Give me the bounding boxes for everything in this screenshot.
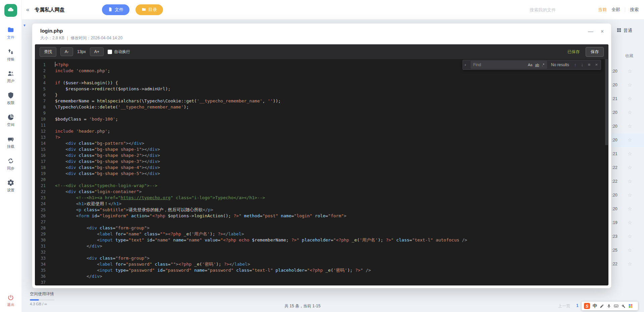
star-icon[interactable]: ☆ — [628, 220, 632, 226]
skin-grid-icon[interactable] — [628, 304, 633, 308]
table-row[interactable]: :20☆ — [610, 133, 644, 147]
code-line[interactable] — [55, 74, 608, 80]
star-icon[interactable]: ☆ — [628, 137, 632, 143]
table-row[interactable]: :22☆ — [610, 161, 644, 175]
find-expand-toggle[interactable]: › — [463, 60, 468, 70]
sidebar-item-shield[interactable]: 权限 — [0, 88, 21, 109]
table-row[interactable]: :20☆ — [610, 78, 644, 92]
sidebar-item-gear[interactable]: 设置 — [0, 175, 21, 197]
find-input[interactable] — [473, 62, 527, 67]
sidebar-item-logout[interactable]: 退出 — [0, 294, 21, 307]
mic-icon[interactable] — [607, 304, 611, 308]
star-icon[interactable]: ☆ — [628, 109, 632, 116]
code-line[interactable] — [55, 219, 608, 225]
code-line[interactable]: <p class="subtitle">请先登录你的账户，然后可以随心所欲</p… — [55, 207, 608, 213]
find-previous-icon[interactable]: ↑ — [573, 62, 578, 68]
word-wrap-toggle[interactable]: 自动换行 — [108, 49, 130, 55]
table-row[interactable]: :19☆ — [610, 216, 644, 230]
search-scope-current[interactable]: 当前 — [598, 7, 607, 13]
code-line[interactable]: <form id="loginForm" action="<?php $opti… — [55, 213, 608, 219]
prev-page-button[interactable]: 上一页 — [558, 303, 570, 309]
table-row[interactable]: :20☆ — [610, 106, 644, 120]
whole-word-toggle[interactable]: ab — [534, 61, 540, 69]
star-icon[interactable]: ☆ — [628, 261, 632, 267]
storage-usage-link[interactable]: 空间使用详情 — [30, 291, 54, 297]
editor-scrollbar-thumb[interactable] — [605, 59, 608, 145]
directory-button[interactable]: 目录 — [136, 4, 163, 15]
regex-toggle[interactable]: .* — [540, 61, 545, 69]
find-button[interactable]: 查找 — [40, 47, 56, 57]
code-line[interactable]: $response->redirect($options->adminUrl); — [55, 86, 608, 92]
code-line[interactable]: <div class="bg-pattern"></div> — [55, 140, 608, 146]
code-line[interactable]: if ($user->hasLogin()) { — [55, 80, 608, 86]
code-line[interactable]: $bodyClass = 'body-100'; — [55, 116, 608, 122]
code-line[interactable]: \Typecho\Cookie::delete('__typecho_remem… — [55, 104, 608, 110]
minimize-icon[interactable]: — — [588, 28, 593, 35]
code-line[interactable]: <div class="bg-shape shape-4"></div> — [55, 165, 608, 171]
code-line[interactable]: <label for="password" class=""><?php _e(… — [55, 261, 608, 267]
star-icon[interactable]: ☆ — [628, 192, 632, 198]
match-case-toggle[interactable]: Aa — [527, 61, 534, 69]
table-row[interactable]: :22☆ — [610, 175, 644, 188]
code-line[interactable]: </div> — [55, 273, 608, 279]
table-row[interactable]: :21☆ — [610, 92, 644, 106]
table-row[interactable]: :20☆ — [610, 64, 644, 78]
close-icon[interactable]: × — [601, 28, 604, 35]
table-row[interactable]: :25☆ — [610, 243, 644, 257]
code-line[interactable]: <div class="bg-shape shape-1"></div> — [55, 146, 608, 152]
search-input[interactable] — [530, 7, 593, 12]
sidebar-item-sync[interactable]: 同步 — [0, 153, 21, 175]
toolbox-icon[interactable] — [621, 304, 626, 308]
code-line[interactable]: ?> — [55, 134, 608, 140]
collapse-sidebar-button[interactable]: « — [26, 6, 29, 13]
table-row[interactable]: :20☆ — [610, 188, 644, 202]
app-logo[interactable] — [4, 4, 17, 17]
star-icon[interactable]: ☆ — [628, 96, 632, 102]
code-line[interactable]: <div class="bg-shape shape-2"></div> — [55, 152, 608, 159]
code-line[interactable]: <div class="form-group"> — [55, 225, 608, 231]
star-icon[interactable]: ☆ — [628, 233, 632, 239]
star-icon[interactable]: ☆ — [628, 178, 632, 184]
keyboard-icon[interactable] — [614, 304, 619, 308]
code-line[interactable] — [55, 122, 608, 128]
code-line[interactable]: <!--<div class="typecho-login-wrap">--> — [55, 183, 608, 189]
code-line[interactable]: <div class="form-group"> — [55, 255, 608, 261]
code-line[interactable] — [55, 177, 608, 183]
code-line[interactable] — [55, 279, 608, 285]
code-line[interactable]: include 'header.php'; — [55, 128, 608, 134]
code-line[interactable]: <div class="login-container"> — [55, 189, 608, 195]
pen-icon[interactable] — [600, 304, 604, 308]
sidebar-item-folder[interactable]: 文件 — [0, 22, 21, 44]
table-row[interactable]: :20☆ — [610, 202, 644, 216]
code-line[interactable]: $rememberName = htmlspecialchars(\Typech… — [55, 98, 608, 104]
code-line[interactable]: <div class="bg-shape shape-3"></div> — [55, 159, 608, 165]
star-icon[interactable]: ☆ — [628, 206, 632, 212]
code-line[interactable]: <input type="text" id="name" name="name"… — [55, 237, 608, 243]
code-line[interactable]: <label for="name" class=""><?php _e('用户名… — [55, 231, 608, 237]
code-line[interactable]: <h1>欢迎使用！</h1> — [55, 201, 608, 207]
code-line[interactable]: <!--<h1><a href="https://typecho.org" cl… — [55, 195, 608, 201]
star-icon[interactable]: ☆ — [628, 151, 632, 157]
sort-dropdown-caret-icon[interactable]: ▼ — [23, 24, 26, 27]
font-increase-button[interactable]: A+ — [90, 47, 104, 56]
sidebar-item-mount[interactable]: 挂载 — [0, 131, 21, 153]
star-icon[interactable]: ☆ — [628, 165, 632, 171]
code-line[interactable]: </div> — [55, 243, 608, 249]
table-row[interactable]: :20☆ — [610, 120, 644, 133]
search-button[interactable]: 搜索 — [630, 7, 639, 13]
sidebar-item-users[interactable]: 用户 — [0, 66, 21, 88]
word-wrap-checkbox[interactable] — [108, 50, 112, 54]
sogou-logo-icon[interactable]: S — [584, 303, 590, 309]
table-row[interactable]: :23☆ — [610, 230, 644, 243]
font-decrease-button[interactable]: A- — [60, 47, 73, 56]
code-line[interactable] — [55, 249, 608, 255]
find-in-selection-icon[interactable]: ≡ — [587, 62, 592, 68]
save-button[interactable]: 保存 — [586, 47, 604, 57]
ime-language-toggle[interactable]: 中 — [593, 303, 597, 309]
sidebar-item-transfer[interactable]: 传输 — [0, 44, 21, 66]
code-line[interactable]: <div class="bg-shape shape-5"></div> — [55, 171, 608, 177]
table-row[interactable]: :21☆ — [610, 147, 644, 161]
code-line[interactable]: <input type="password" id="password" nam… — [55, 267, 608, 273]
find-next-icon[interactable]: ↓ — [580, 62, 584, 68]
search-scope-all[interactable]: 全部 — [611, 7, 620, 13]
